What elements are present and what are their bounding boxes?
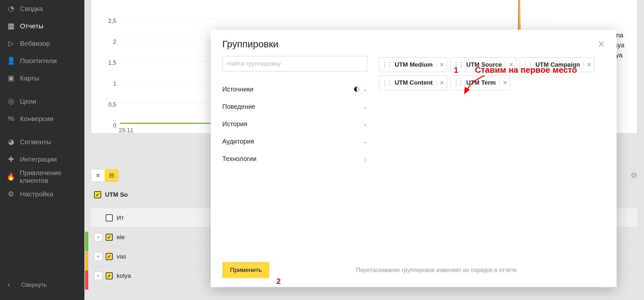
drag-handle-icon[interactable]: ⋮⋮ xyxy=(382,79,391,86)
sidebar-item-Настройка[interactable]: ⚙Настройка xyxy=(0,185,84,203)
nav-icon: 👤 xyxy=(6,57,15,65)
sidebar-item-label: Конверсии xyxy=(20,115,53,123)
sidebar-item-label: Вебвизор xyxy=(20,40,50,47)
category-label: Источники xyxy=(222,86,254,93)
sidebar-item-Привлечение клиентов[interactable]: 🔥Привлечение клиентов xyxy=(0,168,84,185)
category-Источники[interactable]: Источники⌄ xyxy=(222,80,367,98)
sidebar-collapse-label: Свернуть xyxy=(21,282,47,288)
category-label: Технологии xyxy=(222,155,256,163)
y-tick: 0 xyxy=(113,122,116,129)
chip-utm-term[interactable]: ⋮⋮UTM Term✕ xyxy=(450,75,510,90)
sidebar-item-label: Отчеты xyxy=(20,22,43,30)
half-filled-icon xyxy=(354,87,359,92)
sidebar-item-label: Сводка xyxy=(20,5,43,13)
view-tree-button[interactable]: ⊟ xyxy=(105,169,118,182)
y-tick: 2,5 xyxy=(108,18,116,24)
category-label: История xyxy=(222,120,247,128)
chip-utm-content[interactable]: ⋮⋮UTM Content✕ xyxy=(379,75,447,90)
column-label: UTM So xyxy=(105,191,128,198)
nav-icon: ▣ xyxy=(6,74,15,82)
row-color-stripe xyxy=(85,270,88,290)
row-label: Ит xyxy=(117,214,124,221)
chevron-down-icon: ⌄ xyxy=(363,138,367,145)
modal-title: Группировки xyxy=(222,39,278,50)
sidebar-item-label: Интеграции xyxy=(20,155,57,163)
chip-label: UTM Medium xyxy=(395,61,433,68)
nav-icon: ◔ xyxy=(6,5,15,13)
y-tick: 1 xyxy=(113,80,116,87)
sidebar-item-Интеграции[interactable]: ✚Интеграции xyxy=(0,151,84,168)
drag-handle-icon[interactable]: ⋮⋮ xyxy=(453,61,463,68)
gear-icon[interactable]: ⚙ xyxy=(630,171,638,180)
chevron-down-icon: ⌄ xyxy=(363,86,367,92)
sidebar-item-Посетители[interactable]: 👤Посетители xyxy=(0,52,84,70)
row-checkbox[interactable] xyxy=(106,234,113,241)
search-input[interactable] xyxy=(222,56,367,71)
sidebar-item-Карты[interactable]: ▣Карты xyxy=(0,70,84,87)
main: 2,521,510,50 29.11 20:50 ✓elena✓vasya✓ko… xyxy=(84,0,644,300)
category-Поведение[interactable]: Поведение⌄ xyxy=(222,98,367,115)
category-Аудитория[interactable]: Аудитория⌄ xyxy=(222,133,367,150)
expand-button[interactable]: + xyxy=(94,233,102,241)
apply-button[interactable]: Применить xyxy=(222,262,269,278)
sidebar-item-label: Настройка xyxy=(20,190,53,198)
y-tick: 2 xyxy=(113,39,116,45)
nav-icon: ▥ xyxy=(6,22,15,30)
category-Технологии[interactable]: Технологии⌄ xyxy=(222,150,367,167)
sidebar-item-Цели[interactable]: ◎Цели xyxy=(0,93,84,110)
nav-icon: ✚ xyxy=(6,155,15,164)
expand-button[interactable]: + xyxy=(94,272,102,280)
chip-utm-medium[interactable]: ⋮⋮UTM Medium✕ xyxy=(379,57,447,72)
chip-remove-icon[interactable]: ✕ xyxy=(436,79,444,86)
sidebar: ◔Сводка▥Отчеты▷Вебвизор👤Посетители▣Карты… xyxy=(0,0,84,300)
category-label: Аудитория xyxy=(222,138,254,145)
modal-hint: Перетаскивание группировок изменяет их п… xyxy=(269,267,605,274)
chip-remove-icon[interactable]: ✕ xyxy=(583,61,591,68)
modal-overlay: Группировки ✕ Источники⌄Поведение⌄Истори… xyxy=(169,0,644,300)
select-all-checkbox[interactable] xyxy=(94,191,101,198)
sidebar-item-label: Посетители xyxy=(20,57,57,65)
chip-remove-icon[interactable]: ✕ xyxy=(505,61,514,68)
view-list-button[interactable]: ≡ xyxy=(91,169,105,182)
sidebar-item-Отчеты[interactable]: ▥Отчеты xyxy=(0,17,84,35)
nav-icon: % xyxy=(6,115,15,123)
chevron-down-icon: ⌄ xyxy=(363,121,367,127)
close-icon[interactable]: ✕ xyxy=(598,39,605,50)
chip-utm-source[interactable]: ⋮⋮UTM Source✕ xyxy=(450,57,516,72)
sidebar-item-label: Цели xyxy=(20,98,36,105)
chip-label: UTM Campaign xyxy=(535,61,580,68)
drag-handle-icon[interactable]: ⋮⋮ xyxy=(523,61,532,68)
row-checkbox[interactable] xyxy=(106,253,113,260)
drag-handle-icon[interactable]: ⋮⋮ xyxy=(382,61,391,68)
row-label: vas xyxy=(117,253,126,260)
sidebar-item-Сегменты[interactable]: ◕Сегменты xyxy=(0,133,84,151)
chip-remove-icon[interactable]: ✕ xyxy=(436,61,444,68)
chevron-left-icon: ‹ xyxy=(8,281,17,289)
y-axis: 2,521,510,50 xyxy=(93,0,119,129)
row-label: ele xyxy=(117,234,125,241)
sidebar-collapse[interactable]: ‹ Свернуть xyxy=(0,276,84,294)
row-checkbox[interactable] xyxy=(106,214,113,221)
drag-handle-icon[interactable]: ⋮⋮ xyxy=(453,79,463,86)
chip-label: UTM Term xyxy=(466,79,495,86)
chip-utm-campaign[interactable]: ⋮⋮UTM Campaign✕ xyxy=(520,57,594,72)
y-tick: 0,5 xyxy=(108,101,116,108)
sidebar-item-Сводка[interactable]: ◔Сводка xyxy=(0,0,84,17)
chevron-down-icon: ⌄ xyxy=(363,104,367,110)
category-История[interactable]: История⌄ xyxy=(222,115,367,133)
groupings-modal: Группировки ✕ Источники⌄Поведение⌄Истори… xyxy=(211,30,617,287)
nav-icon: ▷ xyxy=(6,39,15,48)
nav-icon: ⚙ xyxy=(6,190,15,198)
sidebar-item-label: Карты xyxy=(20,74,39,82)
expand-button[interactable]: + xyxy=(94,252,102,261)
chip-label: UTM Content xyxy=(395,79,433,86)
y-tick: 1,5 xyxy=(108,60,116,66)
sidebar-item-Конверсии[interactable]: %Конверсии xyxy=(0,110,84,127)
sidebar-item-label: Сегменты xyxy=(20,138,51,146)
row-color-stripe xyxy=(85,232,88,251)
nav-icon: ◕ xyxy=(6,138,15,146)
row-checkbox[interactable] xyxy=(106,272,113,279)
chip-label: UTM Source xyxy=(466,61,502,68)
chip-remove-icon[interactable]: ✕ xyxy=(499,79,507,86)
sidebar-item-Вебвизор[interactable]: ▷Вебвизор xyxy=(0,35,84,52)
